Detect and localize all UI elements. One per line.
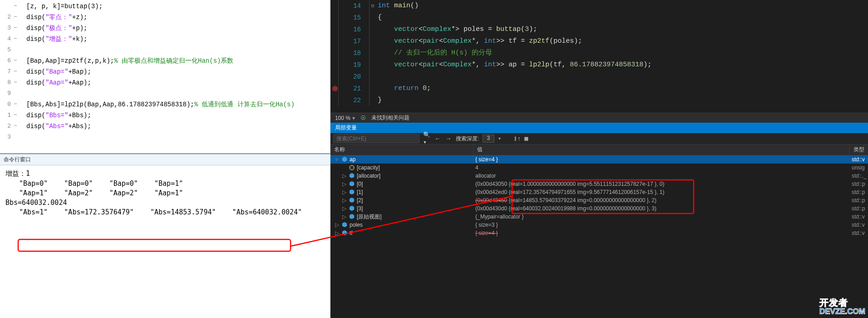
vs-code-line[interactable]: 22}: [330, 94, 868, 106]
expand-icon[interactable]: ▿: [334, 155, 340, 164]
search-depth-value[interactable]: 3: [483, 134, 494, 143]
var-type: std::v: [850, 221, 868, 229]
var-name: [capacity]: [357, 164, 380, 172]
code-line[interactable]: 1−disp("Bbs="+Bbs);: [0, 110, 330, 121]
var-value: { size=4 }: [473, 155, 850, 164]
code-line[interactable]: 8−disp("Aap="+Aap);: [0, 77, 330, 88]
var-name: tf: [350, 229, 353, 237]
vs-code-line[interactable]: 20: [330, 71, 868, 83]
expand-icon[interactable]: ▷: [334, 229, 340, 237]
output-line: Bbs=640032.0024: [5, 199, 325, 207]
code-line[interactable]: 3−disp("极点："+p);: [0, 23, 330, 34]
vs-code-line[interactable]: 17 vector<pair<Complex*, int>> tf = zp2t…: [330, 35, 868, 47]
locals-tree[interactable]: ▿ap{ size=4 }std::v[capacity]4unsig▷[all…: [330, 155, 868, 237]
var-type: std::v: [850, 229, 868, 237]
var-name: [0]: [357, 180, 363, 188]
view-icon[interactable]: ▦: [524, 135, 528, 142]
variable-icon: [349, 197, 355, 204]
var-type: unsig: [850, 164, 868, 172]
code-line[interactable]: 3: [0, 132, 330, 143]
variable-icon: [341, 156, 348, 163]
variable-icon: [341, 222, 348, 228]
locals-search-input[interactable]: [333, 134, 419, 143]
nav-back-icon[interactable]: ←: [434, 135, 441, 142]
locals-row[interactable]: ▿ap{ size=4 }std::v: [330, 155, 868, 164]
var-type: std::p: [850, 196, 868, 204]
col-value-header[interactable]: 值: [473, 144, 850, 155]
vs-code-line[interactable]: 14⊟int main(): [330, 0, 868, 12]
vs-code-line[interactable]: 19 vector<pair<Complex*, int>> ap = lp2l…: [330, 59, 868, 71]
code-line[interactable]: 0−[Bbs,Abs]=lp2lp(Bap,Aap,86.17882397485…: [0, 99, 330, 110]
locals-row[interactable]: ▷tf{ size=4 }std::v: [330, 229, 868, 237]
locals-row[interactable]: ▷[3](0x00d430d0 {real=640032.00240019988…: [330, 204, 868, 213]
visual-studio-pane: 14⊟int main()15{16 vector<Complex*> pole…: [330, 0, 868, 318]
vs-code-line[interactable]: 16 vector<Complex*> poles = buttap(3);: [330, 24, 868, 35]
var-type: std::p: [850, 204, 868, 213]
var-value: (0x00d43450 {real=14853.579403379224 img…: [473, 196, 850, 204]
filter-icon[interactable]: ⫿↑: [514, 135, 521, 142]
expand-icon[interactable]: ▷: [341, 196, 347, 204]
locals-row[interactable]: ▷[原始视图]{_Mypair=allocator }std::v: [330, 213, 868, 221]
code-line[interactable]: 5: [0, 45, 330, 55]
output-line: "Bap=0" "Bap=0" "Bap=0" "Bap=1": [5, 179, 325, 188]
expand-icon[interactable]: ▷: [341, 213, 347, 221]
var-name: ap: [350, 155, 355, 164]
code-line[interactable]: 7−disp("Bap="+Bap);: [0, 66, 330, 77]
vs-code-line[interactable]: 18 // 去归一化后的 H(s) 的分母: [330, 47, 868, 59]
status-message: 未找到相关问题: [371, 114, 409, 122]
var-value: 4: [473, 164, 850, 172]
watermark: 开发者 DEVZE.COM: [819, 298, 865, 316]
col-name-header[interactable]: 名称: [330, 144, 473, 155]
var-type: std::._: [850, 172, 868, 180]
code-line[interactable]: 4−disp("增益："+k);: [0, 34, 330, 45]
variable-icon: [349, 214, 355, 220]
depth-dropdown-icon[interactable]: ▾: [498, 135, 502, 142]
var-value: allocator: [473, 172, 850, 180]
var-type: std::p: [850, 188, 868, 196]
var-name: [allocator]: [357, 172, 380, 180]
vs-status-bar: 100 % ⦿ 未找到相关问题: [330, 113, 868, 123]
output-line: "Aap=1" "Aap=2" "Aap=2" "Aap=1": [5, 189, 325, 197]
expand-icon[interactable]: ▷: [341, 172, 347, 180]
code-line[interactable]: −[z, p, k]=buttap(3);: [0, 1, 330, 12]
vs-code-line[interactable]: 15{: [330, 12, 868, 24]
expand-icon[interactable]: ▷: [341, 188, 347, 196]
locals-columns-header: 名称 值 类型: [330, 144, 868, 155]
matlab-code-editor[interactable]: −[z, p, k]=buttap(3);2−disp("零点："+z);3−d…: [0, 0, 330, 152]
breakpoint-icon[interactable]: [332, 86, 338, 91]
nav-fwd-icon[interactable]: →: [445, 135, 452, 142]
zoom-level[interactable]: 100 %: [335, 115, 355, 121]
locals-row[interactable]: ▷poles{ size=3 }std::v: [330, 221, 868, 229]
expand-icon[interactable]: ▷: [341, 204, 347, 213]
var-value: (0x00d42ed0 {real=172.35764794971655 img…: [473, 188, 850, 196]
output-line: "Abs=1" "Abs=172.3576479" "Abs=14853.579…: [5, 208, 325, 216]
code-line[interactable]: 6−[Bap,Aap]=zp2tf(z,p,k);% 由零极点和增益确定归一化H…: [0, 55, 330, 66]
command-window-output[interactable]: 增益：1"Bap=0" "Bap=0" "Bap=0" "Bap=1""Aap=…: [0, 165, 330, 318]
vs-code-editor[interactable]: 14⊟int main()15{16 vector<Complex*> pole…: [330, 0, 868, 113]
matlab-editor-pane: −[z, p, k]=buttap(3);2−disp("零点："+z);3−d…: [0, 0, 330, 318]
locals-row[interactable]: ▷[0](0x00d43050 {real=1.0000000000000000…: [330, 180, 868, 188]
code-line[interactable]: 9: [0, 88, 330, 99]
locals-row[interactable]: ▷[1](0x00d42ed0 {real=172.35764794971655…: [330, 188, 868, 196]
vs-code-line[interactable]: 21 return 0;: [330, 83, 868, 94]
check-icon: ⦿: [360, 115, 366, 121]
expand-icon[interactable]: ▷: [341, 180, 347, 188]
var-value: {_Mypair=allocator }: [473, 213, 850, 221]
col-type-header[interactable]: 类型: [850, 144, 868, 155]
code-line[interactable]: 2−disp("Abs="+Abs);: [0, 121, 330, 132]
var-value: (0x00d430d0 {real=640032.00240019988 img…: [473, 204, 850, 213]
var-value: (0x00d43050 {real=1.0000000000000000 img…: [473, 180, 850, 188]
var-value: { size=4 }: [473, 229, 850, 237]
variable-icon: [349, 164, 355, 171]
locals-toolbar: 🔍▾ ← → 搜索深度: 3 ▾ ⫿↑ ▦: [330, 133, 868, 144]
expand-icon[interactable]: ▷: [334, 221, 340, 229]
code-line[interactable]: 2−disp("零点："+z);: [0, 12, 330, 23]
output-line: 增益：1: [5, 169, 325, 178]
locals-row[interactable]: ▷[2](0x00d43450 {real=14853.579403379224…: [330, 196, 868, 204]
search-depth-label: 搜索深度:: [456, 135, 479, 143]
variable-icon: [349, 181, 355, 187]
search-icon[interactable]: 🔍▾: [423, 135, 430, 142]
locals-row[interactable]: [capacity]4unsig: [330, 164, 868, 172]
var-type: std::p: [850, 180, 868, 188]
locals-row[interactable]: ▷[allocator]allocatorstd::._: [330, 172, 868, 180]
